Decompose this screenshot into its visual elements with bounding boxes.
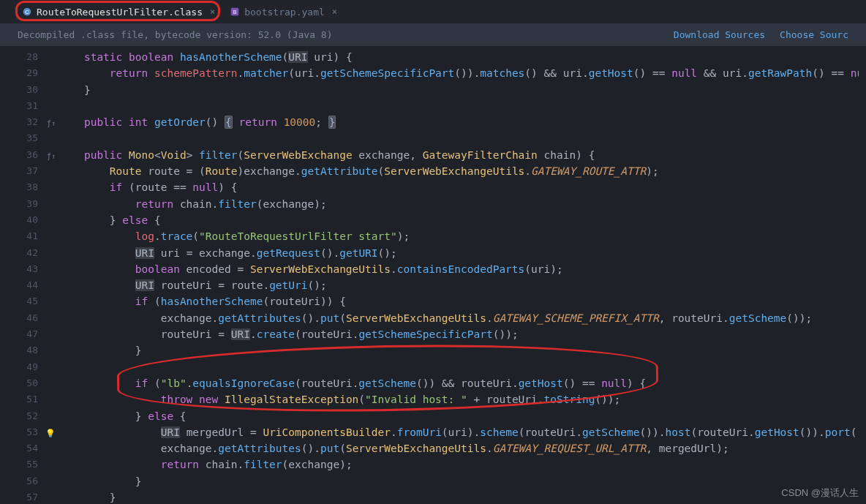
line-number: 49 [0, 359, 59, 375]
line-number: 53💡 [0, 424, 59, 440]
download-sources-link[interactable]: Download Sources [674, 29, 765, 40]
scrollbar[interactable] [859, 47, 866, 504]
line-number: 45 [0, 293, 59, 309]
editor-area: 2829303132ƒ↑3536ƒ↑3738394041424344454647… [0, 46, 866, 503]
tab-label: RouteToRequestUrlFilter.class [37, 7, 203, 18]
code-area[interactable]: static boolean hasAnotherScheme(URI uri)… [59, 46, 866, 503]
code-line[interactable]: } [59, 489, 866, 503]
code-line[interactable]: static boolean hasAnotherScheme(URI uri)… [59, 49, 866, 65]
line-number: 56 [0, 473, 59, 489]
line-number: 31 [0, 98, 59, 114]
code-line[interactable]: return schemePattern.matcher(uri.getSche… [59, 65, 866, 81]
decompile-info-bar: Decompiled .class file, bytecode version… [0, 23, 866, 46]
code-line[interactable]: URI uri = exchange.getRequest().getURI()… [59, 245, 866, 261]
lightbulb-icon[interactable]: 💡 [45, 426, 56, 442]
choose-sources-link[interactable]: Choose Sourc [780, 29, 848, 40]
line-number: 42 [0, 245, 59, 261]
code-line[interactable]: routeUri = URI.create(routeUri.getScheme… [59, 326, 866, 342]
code-line[interactable]: if (route == null) { [59, 179, 866, 195]
code-line[interactable]: exchange.getAttributes().put(ServerWebEx… [59, 310, 866, 326]
override-icon[interactable]: ƒ↑ [47, 116, 56, 132]
svg-text:C: C [25, 9, 29, 15]
code-line[interactable]: } else { [59, 212, 866, 228]
tab-class-file[interactable]: C RouteToRequestUrlFilter.class × [15, 2, 222, 22]
code-line[interactable]: URI routeUri = route.getUri(); [59, 277, 866, 293]
decompile-info-text: Decompiled .class file, bytecode version… [18, 29, 332, 40]
line-number: 44 [0, 277, 59, 293]
code-line[interactable]: public int getOrder() { return 10000; } [59, 114, 866, 130]
code-line[interactable]: return chain.filter(exchange); [59, 196, 866, 212]
close-icon[interactable]: × [210, 7, 215, 17]
line-number: 41 [0, 228, 59, 244]
code-line[interactable]: } [59, 82, 866, 98]
code-line[interactable] [59, 98, 866, 114]
line-gutter: 2829303132ƒ↑3536ƒ↑3738394041424344454647… [0, 46, 59, 503]
line-number: 28 [0, 49, 59, 65]
code-line[interactable]: Route route = (Route)exchange.getAttribu… [59, 163, 866, 179]
code-line[interactable] [59, 359, 866, 375]
override-icon[interactable]: ƒ↑ [47, 148, 56, 165]
line-number: 30 [0, 82, 59, 98]
code-line[interactable]: if ("lb".equalsIgnoreCase(routeUri.getSc… [59, 375, 866, 391]
tab-label: bootstrap.yaml [244, 7, 325, 18]
line-number: 50 [0, 375, 59, 391]
line-number: 52 [0, 408, 59, 424]
line-number: 55 [0, 456, 59, 473]
line-number: 51 [0, 391, 59, 407]
line-number: 39 [0, 196, 59, 212]
line-number: 37 [0, 163, 59, 179]
code-line[interactable]: throw new IllegalStateException("Invalid… [59, 391, 866, 407]
watermark: CSDN @漫话人生 [781, 486, 859, 500]
class-file-icon: C [22, 7, 32, 17]
line-number: 54 [0, 440, 59, 456]
line-number: 36ƒ↑ [0, 147, 59, 163]
code-line[interactable]: if (hasAnotherScheme(routeUri)) { [59, 293, 866, 309]
line-number: 47 [0, 326, 59, 342]
line-number: 46 [0, 310, 59, 326]
code-line[interactable] [59, 130, 866, 146]
tab-yaml-file[interactable]: B bootstrap.yaml × [222, 2, 344, 22]
code-line[interactable]: public Mono<Void> filter(ServerWebExchan… [59, 147, 866, 163]
line-number: 32ƒ↑ [0, 114, 59, 130]
line-number: 38 [0, 179, 59, 195]
code-line[interactable]: URI mergedUrl = UriComponentsBuilder.fro… [59, 424, 866, 440]
close-icon[interactable]: × [332, 7, 337, 17]
line-number: 43 [0, 261, 59, 277]
line-number: 57 [0, 489, 59, 504]
line-number: 40 [0, 212, 59, 228]
line-number: 29 [0, 65, 59, 81]
yaml-file-icon: B [230, 7, 240, 17]
code-line[interactable]: } [59, 342, 866, 358]
code-line[interactable]: } [59, 473, 866, 489]
code-line[interactable]: } else { [59, 408, 866, 424]
line-number: 48 [0, 342, 59, 358]
svg-text:B: B [233, 10, 237, 15]
line-number: 35 [0, 130, 59, 146]
tab-bar: C RouteToRequestUrlFilter.class × B boot… [0, 0, 866, 23]
code-line[interactable]: return chain.filter(exchange); [59, 456, 866, 473]
code-line[interactable]: boolean encoded = ServerWebExchangeUtils… [59, 261, 866, 277]
code-line[interactable]: log.trace("RouteToRequestUrlFilter start… [59, 228, 866, 244]
code-line[interactable]: exchange.getAttributes().put(ServerWebEx… [59, 440, 866, 456]
